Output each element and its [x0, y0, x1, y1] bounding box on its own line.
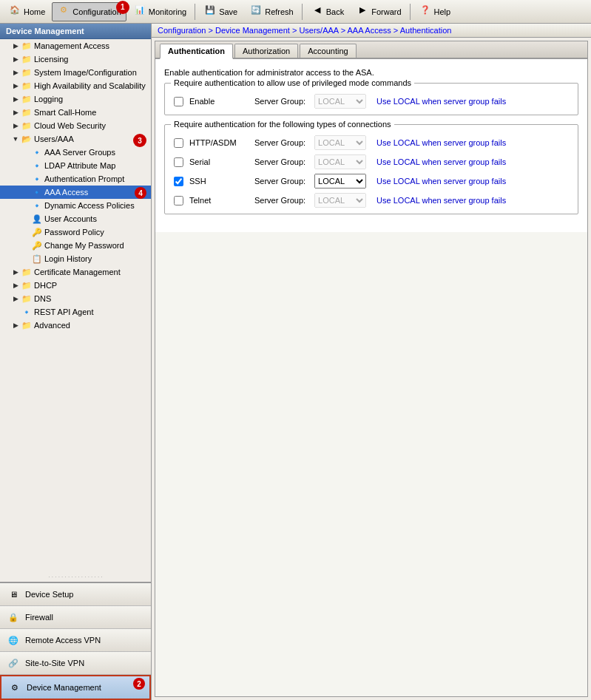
serial-use-local-link[interactable]: Use LOCAL when server group fails	[376, 157, 506, 166]
ssh-use-local-link[interactable]: Use LOCAL when server group fails	[376, 177, 506, 186]
sidebar-item-authentication-prompt[interactable]: 🔹 Authentication Prompt	[0, 172, 151, 186]
tree-label-dhcp: DHCP	[34, 281, 57, 290]
sidebar-item-logging[interactable]: ▶ 📁 Logging	[0, 92, 151, 106]
enable-label: Enable	[189, 97, 249, 106]
sidebar-item-user-accounts[interactable]: 👤 User Accounts	[0, 212, 151, 225]
tree-label-login-hist: Login History	[44, 254, 92, 263]
tree-label-licensing: Licensing	[34, 55, 68, 64]
tab-accounting[interactable]: Accounting	[300, 44, 356, 58]
sidebar-item-users-aaa[interactable]: ▼ 📂 Users/AAA 3	[0, 132, 151, 146]
ssh-checkbox[interactable]	[174, 177, 183, 186]
nav-firewall[interactable]: 🔒 Firewall	[0, 606, 151, 629]
ssh-server-group-select[interactable]: LOCAL	[314, 174, 366, 188]
telnet-server-group-select[interactable]: LOCAL	[314, 193, 366, 208]
tab-accounting-label: Accounting	[308, 47, 348, 55]
telnet-checkbox[interactable]	[174, 196, 183, 205]
connections-rows: HTTP/ASDM Server Group: LOCAL Use LOCAL …	[174, 131, 569, 208]
http-use-local-link[interactable]: Use LOCAL when server group fails	[376, 138, 506, 147]
item-icon-password: 🔑	[31, 226, 43, 238]
tab-authentication-label: Authentication	[168, 47, 225, 55]
expander-high-avail: ▶	[10, 81, 21, 91]
folder-icon-high-avail: 📁	[21, 80, 33, 92]
serial-server-group-select[interactable]: LOCAL	[314, 154, 366, 169]
back-button[interactable]: ◀ Back	[305, 2, 349, 21]
home-icon: 🏠	[8, 5, 21, 18]
sidebar-header: Device Management	[0, 24, 151, 39]
sidebar-item-change-password[interactable]: 🔑 Change My Password	[0, 239, 151, 252]
sidebar-item-system-image[interactable]: ▶ 📁 System Image/Configuration	[0, 66, 151, 79]
expander-change-pw	[21, 240, 31, 251]
expander-dns: ▶	[10, 293, 21, 304]
folder-icon-advanced: 📁	[21, 319, 33, 331]
separator-2	[302, 4, 303, 20]
forward-button[interactable]: ▶ Forward	[351, 2, 406, 21]
nav-label-device-mgmt: Device Management	[27, 683, 101, 692]
sidebar-item-aaa-access[interactable]: 🔹 AAA Access 4	[0, 186, 151, 199]
sidebar-item-management-access[interactable]: ▶ 📁 Management Access	[0, 39, 151, 52]
serial-server-group-label: Server Group:	[254, 157, 305, 166]
sidebar-item-certificate-mgmt[interactable]: ▶ 📁 Certificate Management	[0, 265, 151, 279]
back-label: Back	[326, 7, 344, 16]
http-asdm-row: HTTP/ASDM Server Group: LOCAL Use LOCAL …	[174, 135, 569, 150]
http-server-group-label: Server Group:	[254, 138, 305, 147]
expander-auth-prompt	[21, 174, 31, 184]
sidebar-item-smart-call-home[interactable]: ▶ 📁 Smart Call-Home	[0, 106, 151, 119]
sidebar-item-advanced[interactable]: ▶ 📁 Advanced	[0, 319, 151, 332]
home-button[interactable]: 🏠 Home	[3, 2, 50, 21]
refresh-button[interactable]: 🔄 Refresh	[244, 2, 299, 21]
nav-remote-access-vpn[interactable]: 🌐 Remote Access VPN	[0, 629, 151, 652]
http-asdm-checkbox[interactable]	[174, 138, 183, 148]
item-icon-rest: 🔹	[21, 306, 33, 318]
sidebar-item-licensing[interactable]: ▶ 📁 Licensing	[0, 52, 151, 66]
nav-device-setup[interactable]: 🖥 Device Setup	[0, 583, 151, 606]
tab-bar: Authentication Authorization Accounting	[155, 41, 587, 59]
sidebar-item-aaa-server-groups[interactable]: 🔹 AAA Server Groups	[0, 146, 151, 159]
sidebar-item-dynamic-access[interactable]: 🔹 Dynamic Access Policies	[0, 199, 151, 212]
nav-site-to-site-vpn[interactable]: 🔗 Site-to-Site VPN	[0, 652, 151, 675]
tree-label-user-accounts: User Accounts	[44, 214, 97, 223]
nav-device-management[interactable]: ⚙ Device Management 2	[0, 675, 151, 700]
help-label: Help	[434, 7, 451, 16]
expander-dynamic	[21, 200, 31, 211]
help-button[interactable]: ❓ Help	[413, 2, 456, 21]
sidebar-item-login-history[interactable]: 📋 Login History	[0, 252, 151, 265]
enable-server-group-select[interactable]: LOCAL	[314, 94, 366, 109]
tree-label-dynamic: Dynamic Access Policies	[44, 201, 135, 210]
item-icon-aaa-server-groups: 🔹	[31, 146, 43, 158]
device-mgmt-nav-badge: 2	[133, 678, 145, 690]
tree-label-rest: REST API Agent	[34, 307, 94, 316]
expander-user-accounts	[21, 214, 31, 224]
sidebar-item-high-availability[interactable]: ▶ 📁 High Availability and Scalability	[0, 79, 151, 92]
tree-label-ldap: LDAP Attribute Map	[44, 161, 115, 170]
sidebar-item-rest-api[interactable]: 🔹 REST API Agent	[0, 305, 151, 319]
toolbar: 🏠 Home ⚙ Configuration 1 📊 Monitoring 💾 …	[0, 0, 591, 24]
ssh-server-group-label: Server Group:	[254, 177, 305, 186]
telnet-label: Telnet	[189, 196, 249, 205]
enable-checkbox[interactable]	[174, 97, 183, 106]
folder-icon-cloud: 📁	[21, 120, 33, 132]
telnet-use-local-link[interactable]: Use LOCAL when server group fails	[376, 196, 506, 205]
http-server-group-select[interactable]: LOCAL	[314, 135, 366, 150]
configuration-button[interactable]: ⚙ Configuration	[52, 2, 126, 21]
expander-login-hist	[21, 254, 31, 264]
nav-label-remote-vpn: Remote Access VPN	[25, 636, 101, 645]
folder-icon-system-image: 📁	[21, 67, 33, 78]
sidebar-item-cloud-web-sec[interactable]: ▶ 📁 Cloud Web Security	[0, 119, 151, 132]
sidebar-item-dns[interactable]: ▶ 📁 DNS	[0, 292, 151, 305]
sidebar-item-dhcp[interactable]: ▶ 📁 DHCP	[0, 279, 151, 292]
users-aaa-badge: 3	[133, 134, 146, 147]
enable-use-local-link[interactable]: Use LOCAL when server group fails	[376, 97, 506, 106]
monitoring-button[interactable]: 📊 Monitoring	[128, 2, 192, 21]
sidebar-nav: 🖥 Device Setup 🔒 Firewall 🌐 Remote Acces…	[0, 582, 151, 700]
serial-checkbox[interactable]	[174, 157, 183, 167]
forward-icon: ▶	[356, 5, 369, 18]
folder-icon-licensing: 📁	[21, 53, 33, 65]
tab-authentication[interactable]: Authentication	[160, 44, 233, 59]
folder-icon-dhcp: 📁	[21, 279, 33, 291]
tab-authorization[interactable]: Authorization	[234, 44, 298, 58]
tree-label-high-avail: High Availability and Scalability	[34, 81, 146, 90]
sidebar-item-ldap-attribute-map[interactable]: 🔹 LDAP Attribute Map	[0, 159, 151, 172]
save-button[interactable]: 💾 Save	[198, 2, 243, 21]
sidebar-item-password-policy[interactable]: 🔑 Password Policy	[0, 225, 151, 239]
folder-icon-dns: 📁	[21, 293, 33, 305]
